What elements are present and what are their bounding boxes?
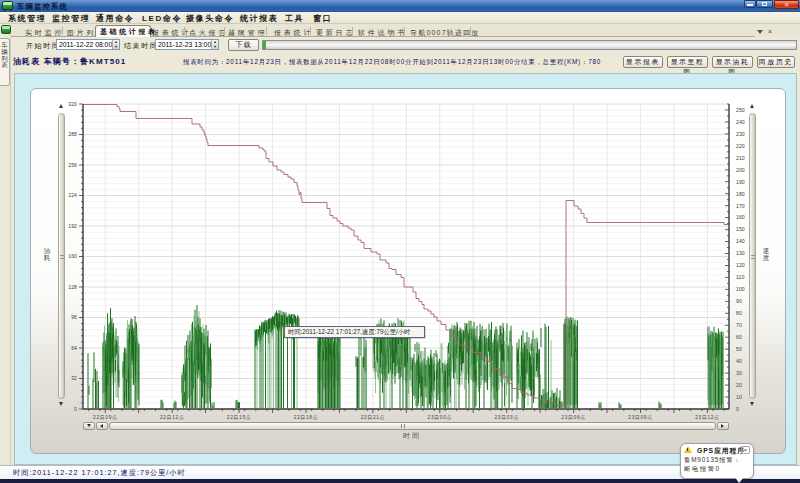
svg-text:22日12点: 22日12点 — [160, 415, 184, 420]
svg-text:23日09点: 23日09点 — [628, 415, 652, 420]
svg-text:80: 80 — [736, 310, 742, 316]
svg-text:288: 288 — [68, 131, 77, 137]
svg-text:22日21点: 22日21点 — [361, 415, 385, 420]
svg-text:22日18点: 22日18点 — [294, 415, 318, 420]
svg-text:20: 20 — [736, 382, 742, 388]
svg-text:160: 160 — [68, 253, 77, 259]
svg-text:64: 64 — [71, 345, 77, 351]
svg-text:32: 32 — [71, 375, 77, 381]
svg-text:224: 224 — [68, 192, 77, 198]
svg-text:230: 230 — [736, 131, 745, 137]
svg-text:0: 0 — [74, 406, 77, 412]
svg-text:23日03点: 23日03点 — [494, 415, 518, 420]
svg-text:23日12点: 23日12点 — [695, 415, 719, 420]
svg-text:30: 30 — [736, 370, 742, 376]
svg-text:0: 0 — [736, 406, 739, 412]
svg-text:140: 140 — [736, 238, 745, 244]
svg-text:240: 240 — [736, 119, 745, 125]
svg-text:160: 160 — [736, 214, 745, 220]
svg-text:128: 128 — [68, 284, 77, 290]
svg-text:256: 256 — [68, 162, 77, 168]
svg-text:130: 130 — [736, 250, 745, 256]
svg-text:22日15点: 22日15点 — [227, 415, 251, 420]
svg-text:170: 170 — [736, 203, 745, 209]
svg-text:70: 70 — [736, 322, 742, 328]
svg-text:110: 110 — [736, 274, 744, 280]
svg-text:192: 192 — [68, 223, 77, 229]
svg-text:250: 250 — [736, 107, 745, 113]
svg-text:60: 60 — [736, 334, 742, 340]
svg-text:90: 90 — [736, 298, 742, 304]
svg-text:50: 50 — [736, 346, 742, 352]
svg-text:320: 320 — [68, 101, 77, 107]
svg-text:23日06点: 23日06点 — [561, 415, 585, 420]
svg-text:100: 100 — [736, 286, 745, 292]
svg-text:150: 150 — [736, 226, 745, 232]
svg-text:210: 210 — [736, 155, 745, 161]
svg-text:190: 190 — [736, 179, 745, 185]
svg-text:23日00点: 23日00点 — [428, 415, 452, 420]
svg-text:220: 220 — [736, 143, 745, 149]
svg-text:180: 180 — [736, 191, 745, 197]
svg-text:120: 120 — [736, 262, 745, 268]
svg-text:200: 200 — [736, 167, 745, 173]
svg-text:40: 40 — [736, 358, 742, 364]
svg-text:10: 10 — [736, 394, 742, 400]
svg-text:22日09点: 22日09点 — [93, 415, 117, 420]
svg-text:96: 96 — [71, 314, 77, 320]
